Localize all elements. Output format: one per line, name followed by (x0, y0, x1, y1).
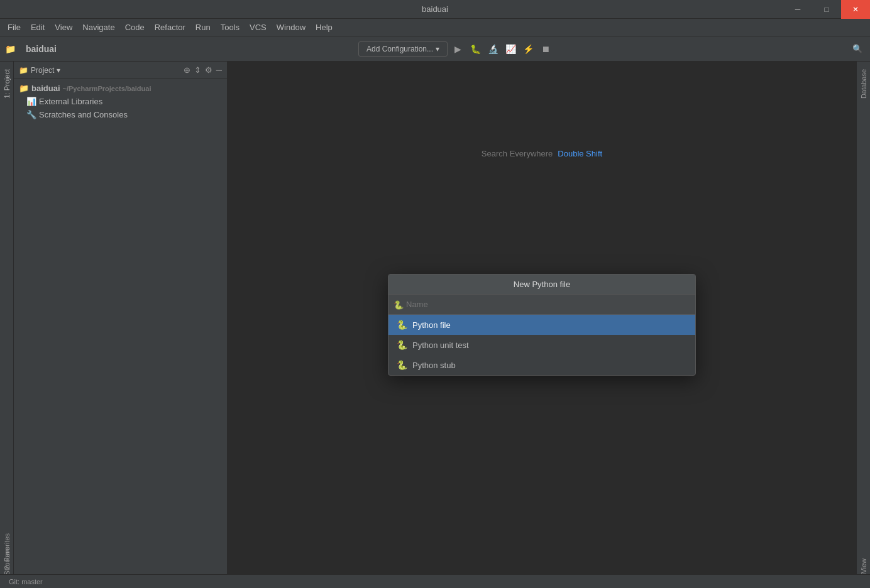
project-folder-icon: 📁 (5, 44, 16, 54)
project-panel-header: 📁 Project ▾ ⊕ ⇕ ⚙ ─ (14, 62, 227, 79)
tree-item-baiduai[interactable]: 📁 baiduai ~/PycharmProjects/baiduai (14, 82, 227, 95)
add-configuration-button[interactable]: Add Configuration... ▾ (358, 41, 448, 57)
menu-window[interactable]: Window (272, 21, 311, 34)
panel-minimize-icon[interactable]: ─ (216, 65, 222, 75)
project-title-arrow-icon: ▾ (57, 66, 60, 75)
toolbar: 📁 baiduai Add Configuration... ▾ ▶ 🐛 🔬 📈… (0, 36, 870, 62)
python-file-option-label: Python file (412, 320, 451, 330)
dialog-option-python-unit-test[interactable]: 🐍 Python unit test (388, 335, 695, 355)
dialog-option-python-file[interactable]: 🐍 Python file (388, 315, 695, 335)
tree-item-label-scratches: Scratches and Consoles (39, 110, 128, 119)
tree-item-path-baiduai: ~/PycharmProjects/baiduai (63, 85, 151, 92)
tree-folder-icon: 📁 (19, 84, 29, 93)
toolbar-project-title: baiduai (21, 41, 62, 57)
sidebar-item-favorites[interactable]: 2: Favorites (1, 528, 13, 574)
project-panel-header-icons: ⊕ ⇕ ⚙ ─ (184, 65, 222, 75)
status-bar: Git: master (0, 574, 870, 588)
menu-run[interactable]: Run (190, 21, 216, 34)
window-controls: ─ □ ✕ (783, 0, 870, 19)
main-content-area: Search Everywhere Double Shift New Pytho… (228, 62, 856, 588)
new-python-file-dialog: New Python file 🐍 🐍 Python file 🐍 Python… (388, 274, 696, 376)
menu-help[interactable]: Help (311, 21, 338, 34)
concurrency-button[interactable]: ⚡ (520, 41, 536, 57)
project-title-label: Project (31, 66, 54, 75)
search-everywhere-hint: Search Everywhere Double Shift (482, 149, 602, 158)
title-bar: baiduai ─ □ ✕ (0, 0, 870, 19)
tree-item-external-libraries[interactable]: 📊 External Libraries (14, 95, 227, 108)
main-layout: 1: Project 7: Structure 📁 Project ▾ ⊕ ⇕ … (0, 62, 870, 588)
python-stub-option-icon: 🐍 (396, 360, 407, 370)
project-panel-title[interactable]: 📁 Project ▾ (19, 66, 179, 75)
search-hint-shortcut: Double Shift (558, 149, 602, 158)
search-everywhere-icon[interactable]: 🔍 (850, 41, 865, 57)
tree-item-scratches[interactable]: 🔧 Scratches and Consoles (14, 108, 227, 121)
menu-refactor[interactable]: Refactor (150, 21, 190, 34)
menu-tools[interactable]: Tools (216, 21, 245, 34)
menu-vcs[interactable]: VCS (245, 21, 272, 34)
debug-button[interactable]: 🐛 (468, 41, 483, 57)
close-button[interactable]: ✕ (841, 0, 870, 19)
tree-item-label-external: External Libraries (39, 97, 102, 106)
stop-button[interactable]: ⏹ (538, 41, 553, 57)
settings-icon[interactable]: ⚙ (205, 65, 212, 75)
tree-item-label-baiduai: baiduai (31, 84, 60, 93)
python-stub-option-label: Python stub (412, 361, 456, 370)
maximize-button[interactable]: □ (812, 0, 841, 19)
menu-file[interactable]: File (3, 21, 26, 34)
minimize-button[interactable]: ─ (783, 0, 812, 19)
menu-view[interactable]: View (50, 21, 77, 34)
sidebar-item-project[interactable]: 1: Project (1, 64, 13, 103)
run-button[interactable]: ▶ (450, 41, 465, 57)
status-item-git: Git: master (5, 578, 47, 585)
project-folder-small-icon: 📁 (19, 66, 28, 75)
menu-edit[interactable]: Edit (26, 21, 50, 34)
locate-icon[interactable]: ⊕ (184, 65, 190, 75)
add-config-label: Add Configuration... (366, 45, 433, 53)
dialog-title: New Python file (388, 275, 695, 295)
sidebar-item-database[interactable]: Database (858, 64, 869, 104)
project-panel: 📁 Project ▾ ⊕ ⇕ ⚙ ─ 📁 baiduai ~/PycharmP… (14, 62, 228, 588)
dialog-name-icon: 🐍 (394, 300, 404, 310)
python-unit-test-option-icon: 🐍 (396, 340, 407, 350)
coverage-button[interactable]: 🔬 (485, 41, 500, 57)
window-title: baiduai (422, 4, 448, 14)
tree-scratches-icon: 🔧 (26, 110, 36, 119)
tree-libraries-icon: 📊 (26, 97, 36, 106)
profile-button[interactable]: 📈 (503, 41, 518, 57)
dialog-name-row: 🐍 (388, 295, 695, 315)
dialog-name-input[interactable] (388, 295, 695, 315)
left-side-tabs: 1: Project 7: Structure (0, 62, 14, 588)
python-unit-test-option-label: Python unit test (412, 340, 469, 350)
project-tree: 📁 baiduai ~/PycharmProjects/baiduai 📊 Ex… (14, 79, 227, 588)
add-config-arrow-icon: ▾ (436, 45, 439, 53)
python-file-option-icon: 🐍 (396, 320, 407, 330)
scroll-icon[interactable]: ⇕ (194, 65, 201, 75)
search-hint-text: Search Everywhere (482, 149, 553, 158)
menu-code[interactable]: Code (120, 21, 150, 34)
menu-bar: File Edit View Navigate Code Refactor Ru… (0, 19, 870, 36)
dialog-option-python-stub[interactable]: 🐍 Python stub (388, 355, 695, 375)
right-side-tabs: Database SciView (856, 62, 870, 588)
favorites-tab-container: 2: Favorites (0, 528, 14, 574)
menu-navigate[interactable]: Navigate (77, 21, 119, 34)
